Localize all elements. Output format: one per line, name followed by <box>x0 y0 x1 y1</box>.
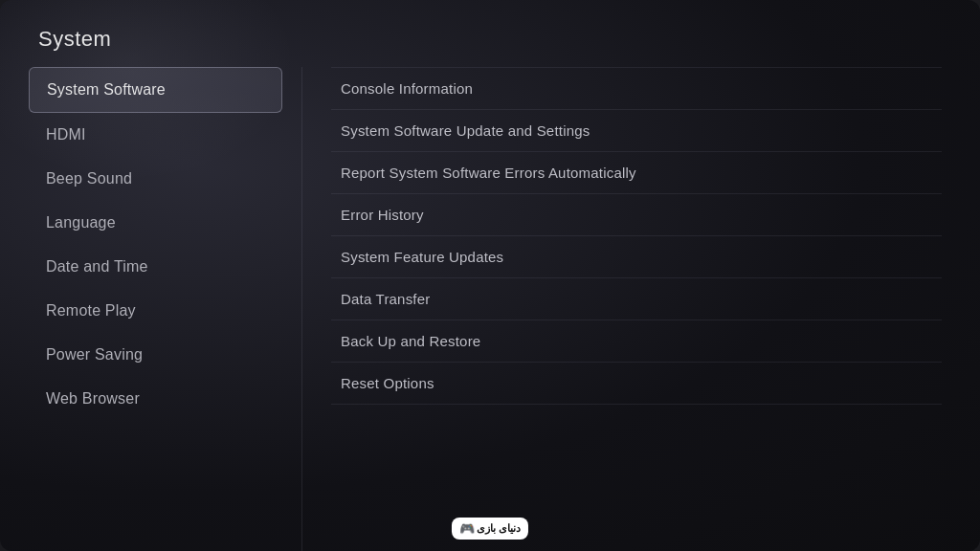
content-area: System SoftwareHDMIBeep SoundLanguageDat… <box>0 67 980 551</box>
right-menu-item-console-information[interactable]: Console Information <box>331 67 942 110</box>
left-menu: System SoftwareHDMIBeep SoundLanguageDat… <box>19 67 292 551</box>
sidebar-item-date-and-time[interactable]: Date and Time <box>29 245 282 289</box>
right-menu-item-back-up-restore[interactable]: Back Up and Restore <box>331 320 942 363</box>
right-menu-item-error-history[interactable]: Error History <box>331 194 942 236</box>
watermark: 🎮 دنیای بازی <box>452 518 528 540</box>
watermark-icon: 🎮 <box>459 521 475 536</box>
page-title: System <box>0 0 980 67</box>
sidebar-item-web-browser[interactable]: Web Browser <box>29 377 282 421</box>
sidebar-item-hdmi[interactable]: HDMI <box>29 113 282 157</box>
sidebar-item-power-saving[interactable]: Power Saving <box>29 333 282 377</box>
right-menu-item-system-software-update[interactable]: System Software Update and Settings <box>331 110 942 152</box>
right-menu-item-data-transfer[interactable]: Data Transfer <box>331 278 942 320</box>
right-menu-item-system-feature-updates[interactable]: System Feature Updates <box>331 236 942 278</box>
column-divider <box>301 67 302 551</box>
sidebar-item-system-software[interactable]: System Software <box>29 67 282 113</box>
right-menu-item-report-errors[interactable]: Report System Software Errors Automatica… <box>331 152 942 194</box>
sidebar-item-beep-sound[interactable]: Beep Sound <box>29 157 282 201</box>
screen: System System SoftwareHDMIBeep SoundLang… <box>0 0 980 551</box>
sidebar-item-language[interactable]: Language <box>29 201 282 245</box>
watermark-text: دنیای بازی <box>477 522 521 535</box>
sidebar-item-remote-play[interactable]: Remote Play <box>29 289 282 333</box>
right-menu: Console InformationSystem Software Updat… <box>312 67 961 551</box>
right-menu-item-reset-options[interactable]: Reset Options <box>331 363 942 405</box>
